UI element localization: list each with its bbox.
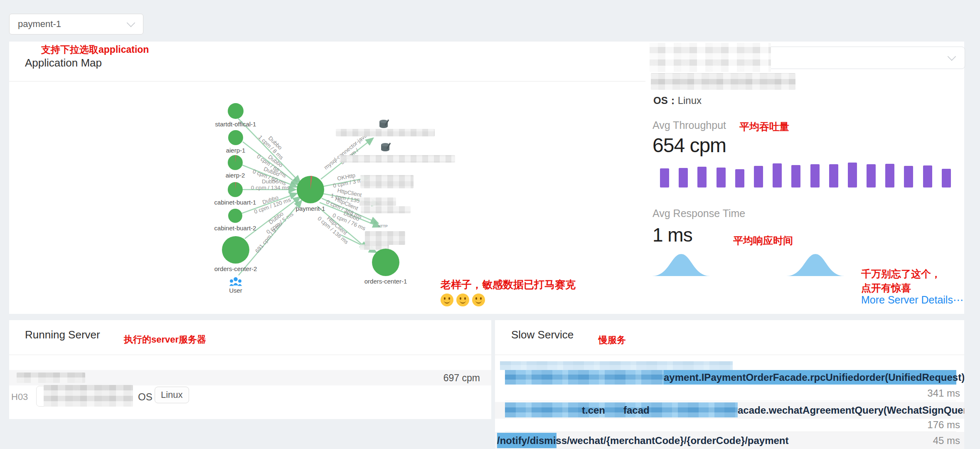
throughput-bar	[829, 164, 838, 187]
masked-strip	[500, 361, 733, 370]
map-edge-label: Dubbo0 cpm / 120 ms	[251, 191, 291, 215]
apm-dashboard: payment-1 支持下拉选取application Application …	[0, 0, 980, 449]
smiling-face-emoji	[472, 294, 485, 306]
masked-node-label	[336, 129, 435, 136]
masked-host-mosaic	[44, 385, 133, 407]
running-server-title: Running Server	[25, 328, 100, 341]
throughput-bar	[923, 165, 932, 187]
service-name: /notify/dismiss/wechat/{merchantCode}/{o…	[497, 435, 789, 447]
database-icon	[379, 120, 389, 128]
os-value: Linux	[678, 95, 702, 106]
masked-node-label	[360, 175, 414, 188]
slow-service-title: Slow Service	[511, 328, 574, 341]
throughput-bar	[942, 169, 951, 187]
throughput-bar	[773, 163, 782, 187]
map-node-orders-center-1[interactable]: orders-center-1	[364, 249, 407, 285]
map-node-label: payment-1	[296, 205, 325, 212]
throughput-bar	[885, 164, 894, 187]
map-node-aierp-1[interactable]: aierp-1	[226, 130, 246, 154]
database-icon	[381, 143, 390, 151]
map-node-cabinet-buart-1[interactable]: cabinet-buart-1	[214, 182, 256, 206]
throughput-bar	[791, 165, 800, 187]
svg-text:HTTP: HTTP	[378, 224, 388, 228]
map-node-label: startdt-offical-1	[215, 121, 256, 128]
service-time: 45 ms	[933, 435, 960, 447]
linux-badge: Linux	[155, 387, 189, 403]
map-edge-label: 691 cpm / 9 ms	[254, 221, 283, 254]
os-line: OS：Linux	[653, 94, 702, 107]
response-cn-annotation: 平均响应时间	[733, 234, 793, 247]
service-name-fragment: t.cen	[582, 405, 605, 416]
masked-server-name	[650, 43, 771, 72]
avg-response-label: Avg Response Time	[653, 207, 745, 220]
slow-service-item[interactable]: ayment.IPaymentOrderFacade.rpcUnifiedord…	[505, 370, 956, 385]
response-time-bumps	[646, 249, 896, 278]
service-name: ayment.IPaymentOrderFacade.rpcUnifiedord…	[664, 372, 964, 383]
service-name: acade.wechatAgreementQuery(WechatSignQue…	[738, 405, 964, 416]
throughput-bar	[735, 169, 744, 187]
avg-throughput-value: 654 cpm	[653, 134, 726, 157]
throughput-bar	[697, 167, 707, 187]
map-node-label: orders-center-2	[214, 265, 257, 272]
application-select[interactable]: payment-1	[9, 14, 143, 35]
map-edge-label: OKHttp0 cpm / 3 m	[331, 171, 362, 189]
surprise-line1: 千万别忘了这个，	[861, 267, 941, 281]
throughput-bar	[754, 166, 763, 187]
masked-host-name	[17, 373, 85, 383]
slow-service-content: Slow Service 慢服务 ayment.IPaymentOrderFac…	[495, 320, 964, 449]
masked-server-info	[651, 73, 795, 90]
throughput-bar	[867, 164, 876, 187]
slow-service-item[interactable]: t.cen facad	[505, 402, 738, 417]
service-time: 341 ms	[927, 387, 960, 399]
map-node-label: orders-center-1	[364, 278, 407, 285]
more-server-details-link[interactable]: More Server Details⋯	[861, 294, 963, 306]
masked-node-label	[340, 155, 455, 163]
running-server-cn-annotation: 执行的server服务器	[124, 333, 206, 346]
map-node-cabinet-buart-2[interactable]: cabinet-buart-2	[214, 209, 256, 232]
service-time: 176 ms	[927, 419, 960, 431]
map-node-aierp-2[interactable]: aierp-2	[226, 155, 245, 179]
avg-response-value: 1 ms	[653, 224, 692, 246]
throughput-bar	[848, 163, 857, 187]
map-edge-label: mysql-connector-java33 cpm /	[323, 132, 372, 175]
os-label: OS：	[653, 95, 678, 106]
application-select-value: payment-1	[18, 19, 127, 30]
surprise-annotation: 千万别忘了这个， 点开有惊喜	[861, 267, 941, 295]
masked-node-label	[361, 206, 411, 213]
throughput-bar	[679, 168, 688, 187]
slow-service-item[interactable]: /notify/dismiss/wechat/{merchantCode}/{o…	[495, 432, 964, 449]
running-server-row[interactable]: 697 cpm	[9, 370, 491, 385]
masked-service-name	[505, 370, 664, 385]
surprise-line2: 点开有惊喜	[861, 281, 941, 295]
map-node-label: User	[229, 287, 242, 294]
map-node-label: cabinet-buart-1	[214, 199, 256, 206]
throughput-bar-chart	[660, 162, 951, 187]
response-bump	[652, 254, 710, 276]
server-cpm-value: 697 cpm	[443, 373, 480, 384]
row-divider	[505, 401, 956, 401]
running-server-divider	[9, 355, 491, 355]
chevron-down-icon	[127, 19, 135, 27]
smiling-face-emoji	[456, 294, 469, 306]
map-node-label: aierp-1	[226, 147, 246, 154]
smiley-emojis	[441, 294, 488, 308]
map-node-label: aierp-2	[226, 172, 245, 179]
throughput-bar	[717, 168, 726, 187]
masked-node-label	[359, 197, 396, 206]
slow-service-divider	[495, 355, 964, 355]
map-node-orders-center-2[interactable]: orders-center-2	[214, 236, 257, 272]
chevron-down-icon	[948, 52, 956, 61]
mosaic-note-annotation: 老样子，敏感数据已打马赛克	[441, 278, 576, 291]
http-icon: HTTP	[378, 224, 388, 228]
map-node-payment-1[interactable]: payment-1	[296, 176, 325, 212]
throughput-bar	[660, 168, 669, 187]
map-node-user[interactable]: User	[229, 277, 242, 294]
throughput-cn-annotation: 平均吞吐量	[739, 120, 789, 133]
avg-throughput-label: Avg Throughput	[653, 119, 726, 131]
masked-node-label	[365, 231, 405, 245]
map-node-startdt-offical-1[interactable]: startdt-offical-1	[215, 103, 256, 128]
map-node-label: cabinet-buart-2	[214, 224, 256, 232]
slow-service-cn-annotation: 慢服务	[598, 334, 626, 346]
throughput-bar	[810, 164, 820, 187]
masked-service-name	[505, 402, 738, 417]
